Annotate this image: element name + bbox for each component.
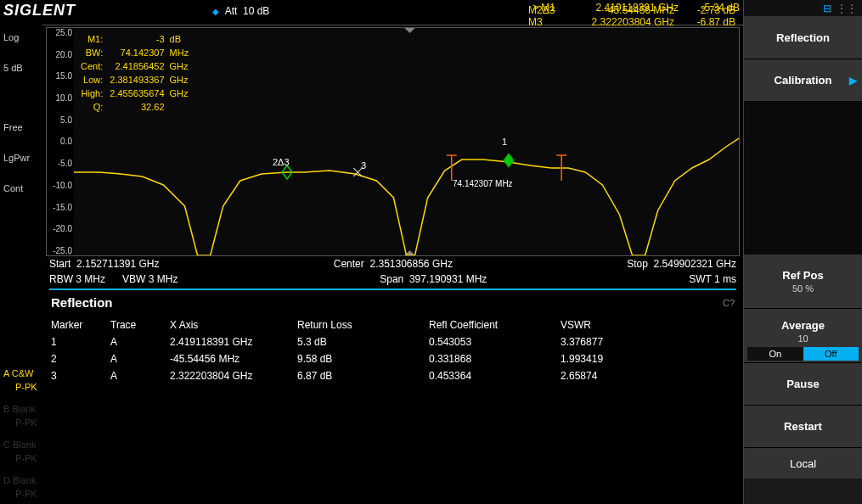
table-row[interactable]: 3A2.322203804 GHz6.87 dB0.4533642.65874: [51, 367, 735, 384]
softkey-sidebar: ⊟ ⋮⋮ Reflection Calibration ▶ Ref Pos 50…: [743, 0, 862, 504]
detector: LgPwr: [3, 153, 42, 163]
system-icons: ⊟ ⋮⋮: [744, 0, 862, 17]
sweep-mode: Cont: [3, 183, 42, 193]
axis-row-freq: Start 2.152711391 GHz Center 2.351306856…: [42, 256, 743, 272]
divider: [49, 288, 736, 290]
axis-row-bw: RBW 3 MHz VBW 3 MHz Span 397.190931 MHz …: [42, 272, 743, 287]
plot-canvas[interactable]: M2Δ3 -45.54456 MHz -2.73 dB M3 2.3222038…: [74, 28, 739, 255]
softkey-calibration[interactable]: Calibration ▶: [744, 59, 862, 102]
graph-area[interactable]: 25.0 20.0 15.0 10.0 5.0 0.0 -5.0 -10.0 -…: [46, 27, 740, 256]
bw-span-label: 74.142307 MHz: [453, 179, 513, 188]
trigger-free: Free: [3, 122, 42, 132]
trace-b-label: B Blank: [3, 404, 42, 414]
trace-line: [74, 28, 739, 255]
attenuation-readout: ◆ Att 10 dB: [212, 5, 269, 17]
menu-dots-icon[interactable]: ⋮⋮: [837, 3, 857, 14]
trace-d-pk: P-PK: [3, 489, 42, 499]
trace-b-pk: P-PK: [3, 417, 42, 428]
arrow-right-icon: ▶: [849, 75, 857, 87]
trace-c-label: C Blank: [3, 440, 42, 450]
trace-d-label: D Blank: [3, 475, 42, 485]
att-diamond-icon: ◆: [212, 7, 219, 16]
trace-c-pk: P-PK: [3, 453, 42, 463]
softkey-local[interactable]: Local: [744, 448, 862, 479]
trace-a-pk: P-PK: [3, 382, 42, 392]
scale-div: 5 dB: [3, 63, 42, 73]
svg-marker-6: [504, 154, 514, 167]
panel-c-icon[interactable]: C?: [723, 298, 735, 308]
marker-1-label[interactable]: 1: [502, 137, 507, 147]
trace-a-label: A C&W: [3, 368, 42, 378]
scale-mode: Log: [3, 32, 42, 42]
table-header: Marker Trace X Axis Return Loss Refl Coe…: [51, 316, 735, 333]
marker-3-label[interactable]: 3: [361, 160, 366, 171]
reflection-table: Marker Trace X Axis Return Loss Refl Coe…: [42, 313, 743, 388]
softkey-ref-pos[interactable]: Ref Pos 50 %: [744, 255, 862, 309]
reflection-panel-title: Reflection C?: [42, 292, 743, 313]
y-axis-ticks: 25.0 20.0 15.0 10.0 5.0 0.0 -5.0 -10.0 -…: [47, 28, 74, 255]
average-toggle[interactable]: On Off: [747, 347, 859, 361]
softkey-average[interactable]: Average 10 On Off: [744, 309, 862, 363]
left-status-column: Log 5 dB Free LgPwr Cont A C&W P-PK B Bl…: [0, 0, 42, 504]
svg-marker-0: [404, 28, 414, 33]
softkey-restart[interactable]: Restart: [744, 406, 862, 448]
table-row[interactable]: 1A2.419118391 GHz5.3 dB0.5430533.376877: [51, 333, 735, 350]
softkey-pause[interactable]: Pause: [744, 363, 862, 406]
softkey-reflection[interactable]: Reflection: [744, 17, 862, 59]
marker-2d3-label[interactable]: 2Δ3: [273, 157, 290, 167]
table-row[interactable]: 2A-45.54456 MHz9.58 dB0.3318681.993419: [51, 350, 735, 367]
network-icon[interactable]: ⊟: [823, 3, 831, 14]
